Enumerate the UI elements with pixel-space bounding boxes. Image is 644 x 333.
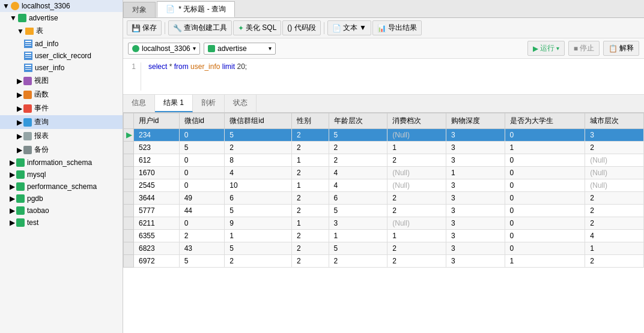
export-button[interactable]: 📊 导出结果	[372, 20, 422, 35]
table-cell: 2	[585, 217, 644, 230]
table-cell: 4	[585, 230, 644, 242]
text-button[interactable]: 📄 文本 ▼	[327, 20, 371, 35]
sidebar-item-taobao[interactable]: ▶ taobao	[0, 205, 123, 217]
sidebar-item-advertise[interactable]: ▼ advertise	[0, 12, 123, 24]
sidebar-item-tables[interactable]: ▼ 表	[0, 24, 123, 38]
table-row[interactable]: 254501014(Null)30(Null)	[124, 179, 644, 192]
table-cell: 6355	[134, 230, 180, 242]
result-tab-profile[interactable]: 剖析	[193, 95, 225, 112]
expand-icon: ▶	[17, 118, 22, 127]
text-label: 文本 ▼	[343, 23, 366, 33]
result-tab-result1[interactable]: 结果 1	[155, 95, 193, 112]
col-gender[interactable]: 性别	[291, 113, 329, 129]
expand-icon: ▶	[10, 170, 15, 179]
sidebar-item-label: user_click_record	[35, 52, 91, 60]
sidebar-item-performance-schema[interactable]: ▶ performance_schema	[0, 181, 123, 193]
run-button[interactable]: ▶ 运行 ▾	[527, 41, 565, 56]
table-row[interactable]: 52352221312	[124, 142, 644, 154]
sidebar-item-label: information_schema	[27, 158, 92, 167]
table-row[interactable]: 62110913(Null)302	[124, 217, 644, 230]
table-row[interactable]: 697252222312	[124, 255, 644, 268]
stop-icon: ■	[574, 44, 578, 53]
table-cell: 1	[291, 217, 329, 230]
sidebar-item-label: localhost_3306	[22, 2, 70, 10]
database-icon	[16, 218, 25, 227]
save-button[interactable]: 💾 保存	[127, 20, 162, 35]
sidebar-item-queries[interactable]: ▶ 查询	[0, 115, 123, 129]
table-cell: 5	[225, 129, 292, 142]
row-indicator	[124, 255, 134, 268]
result-tab-status[interactable]: 状态	[225, 95, 257, 112]
col-user-id[interactable]: 用户id	[134, 113, 180, 129]
table-cell: 1	[505, 255, 585, 268]
explain-icon: 📋	[609, 44, 618, 53]
db-selector[interactable]: advertise ▾	[204, 43, 276, 55]
sidebar-item-pgdb[interactable]: ▶ pgdb	[0, 193, 123, 205]
save-label: 保存	[142, 23, 157, 33]
sidebar-item-user-click-record[interactable]: user_click_record	[0, 50, 123, 62]
table-row[interactable]: 635521211304	[124, 230, 644, 242]
col-shopping-depth[interactable]: 购物深度	[446, 113, 505, 129]
table-row[interactable]: ▶2340525(Null)303	[124, 129, 644, 142]
tab-object[interactable]: 对象	[123, 2, 156, 17]
table-cell: 2	[179, 230, 225, 242]
sidebar-item-functions[interactable]: ▶ 函数	[0, 88, 123, 101]
sidebar-item-reports[interactable]: ▶ 报表	[0, 129, 123, 143]
result-tab-info[interactable]: 信息	[123, 95, 155, 112]
query-builder-button[interactable]: 🔧 查询创建工具	[168, 20, 232, 35]
col-wechat-group-id[interactable]: 微信群组id	[225, 113, 292, 129]
db-label: advertise	[217, 44, 247, 53]
col-city-level[interactable]: 城市层次	[585, 113, 644, 129]
sidebar-item-backups[interactable]: ▶ 备份	[0, 143, 123, 157]
row-indicator	[124, 154, 134, 167]
tab-query[interactable]: 📄 * 无标题 - 查询	[157, 1, 235, 17]
table-row[interactable]: 3644496262302	[124, 192, 644, 205]
toolbar: 💾 保存 🔧 查询创建工具 ✦ 美化 SQL () 代码段 📄 文本 ▼ 📊 导…	[123, 18, 644, 38]
sql-editor[interactable]: 1 select * from user_info limit 20;	[123, 59, 644, 95]
host-icon	[132, 45, 139, 52]
null-value: (Null)	[392, 219, 410, 227]
main-area: 对象 📄 * 无标题 - 查询 💾 保存 🔧 查询创建工具 ✦ 美化 SQL (…	[123, 0, 644, 333]
table-cell: 1	[585, 242, 644, 255]
row-arrow-icon: ▶	[126, 131, 132, 139]
keyword-limit: limit	[222, 62, 235, 71]
keyword-select: select	[148, 62, 167, 71]
host-selector[interactable]: localhost_3306 ▾	[128, 43, 200, 55]
stop-button[interactable]: ■ 停止	[568, 41, 600, 56]
table-cell: 6	[225, 192, 292, 205]
col-wechat-id[interactable]: 微信id	[179, 113, 225, 129]
sidebar-item-localhost[interactable]: ▼ localhost_3306	[0, 0, 123, 12]
sidebar-item-ad-info[interactable]: ad_info	[0, 38, 123, 50]
export-label: 导出结果	[388, 23, 417, 33]
code-snippet-button[interactable]: () 代码段	[282, 20, 320, 35]
sidebar-item-label: advertise	[29, 14, 58, 22]
table-cell: (Null)	[585, 154, 644, 167]
run-label: 运行	[540, 43, 554, 53]
sidebar-item-views[interactable]: ▶ 视图	[0, 74, 123, 88]
col-consumption[interactable]: 消费档次	[387, 113, 446, 129]
toolbar-separator	[165, 22, 165, 34]
sidebar-item-information-schema[interactable]: ▶ information_schema	[0, 157, 123, 169]
table-row[interactable]: 5777445252302	[124, 205, 644, 217]
table-row[interactable]: 16700424(Null)10(Null)	[124, 167, 644, 179]
sidebar-item-label: 事件	[34, 103, 49, 113]
beautify-button[interactable]: ✦ 美化 SQL	[233, 20, 281, 35]
toolbar-separator2	[324, 22, 324, 34]
sidebar-item-user-info[interactable]: user_info	[0, 62, 123, 74]
table-cell: 3	[446, 217, 505, 230]
table-icon	[24, 52, 32, 60]
code-star: *	[169, 62, 174, 71]
table-cell: 3	[446, 205, 505, 217]
sidebar-item-test[interactable]: ▶ test	[0, 217, 123, 229]
sidebar-item-label: 备份	[34, 145, 49, 155]
col-age-level[interactable]: 年龄层次	[329, 113, 387, 129]
sidebar-item-mysql[interactable]: ▶ mysql	[0, 169, 123, 181]
sidebar-item-events[interactable]: ▶ 事件	[0, 101, 123, 115]
col-is-student[interactable]: 是否为大学生	[505, 113, 585, 129]
table-row[interactable]: 6120812230(Null)	[124, 154, 644, 167]
explain-button[interactable]: 📋 解释	[603, 41, 639, 56]
result-tab-profile-label: 剖析	[201, 98, 216, 107]
table-row[interactable]: 6823435252301	[124, 242, 644, 255]
null-value: (Null)	[392, 131, 410, 139]
table-cell: 2	[585, 192, 644, 205]
